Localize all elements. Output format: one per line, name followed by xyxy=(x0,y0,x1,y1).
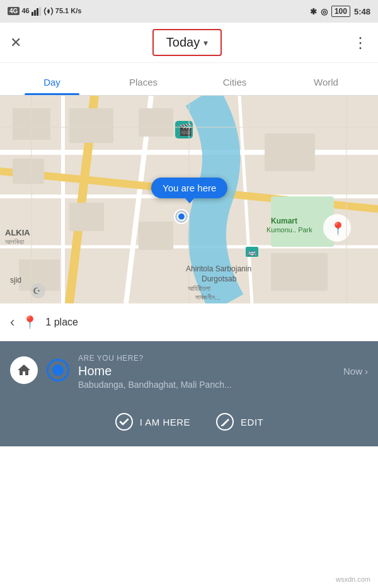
map-label-durgotsab: Durgotsab xyxy=(202,274,236,283)
map-label-alkia: ALKIA xyxy=(5,228,30,237)
location-card: ARE YOU HERE? Home Now › Babudanga, Band… xyxy=(10,354,368,400)
svg-text:☪: ☪ xyxy=(33,286,41,296)
svg-rect-17 xyxy=(69,203,104,231)
tabs-bar: Day Places Cities World xyxy=(0,63,378,96)
places-count: 1 place xyxy=(45,317,78,328)
time: 5:48 xyxy=(354,7,370,16)
i-am-here-button[interactable]: I AM HERE xyxy=(115,412,190,431)
close-button[interactable]: ✕ xyxy=(10,35,21,51)
location-status-icon xyxy=(47,359,69,382)
map-label-alkia-bangla: আলকিয়া xyxy=(5,238,24,246)
status-bar: 4G 46 75.1 K/s ✱ ◎ 100 5:48 xyxy=(0,0,378,23)
home-icon xyxy=(16,363,32,378)
top-bar: ✕ Today ▾ ⋮ xyxy=(0,23,378,63)
svg-text:🚌: 🚌 xyxy=(248,247,256,256)
svg-rect-0 xyxy=(32,12,33,16)
map-label-park: Kumonu.. Park xyxy=(266,226,312,234)
check-circle-icon xyxy=(115,412,134,431)
svg-rect-3 xyxy=(39,7,41,16)
i-am-here-label: I AM HERE xyxy=(140,417,190,427)
location-card-section: ARE YOU HERE? Home Now › Babudanga, Band… xyxy=(0,341,378,446)
location-dot xyxy=(174,209,189,224)
card-time: Now › xyxy=(343,366,368,376)
pin-icon: 📍 xyxy=(22,315,38,330)
status-left: 4G 46 75.1 K/s xyxy=(8,7,81,16)
bluetooth-icon: ✱ xyxy=(310,7,317,16)
svg-text:🎬: 🎬 xyxy=(178,123,193,137)
edit-label: EDIT xyxy=(241,417,263,427)
svg-point-35 xyxy=(116,414,132,430)
map-label-sjid: sjid xyxy=(10,276,21,285)
card-title: Home xyxy=(78,364,112,378)
map-label-bangla1: আহিরীতলা xyxy=(188,285,210,293)
action-row: I AM HERE EDIT xyxy=(10,412,368,431)
status-right: ✱ ◎ 100 5:48 xyxy=(310,6,370,17)
card-question: ARE YOU HERE? xyxy=(78,354,368,363)
svg-rect-19 xyxy=(271,253,328,291)
svg-rect-1 xyxy=(34,10,36,16)
tab-places[interactable]: Places xyxy=(98,77,189,95)
dropdown-arrow: ▾ xyxy=(203,38,208,48)
card-info: ARE YOU HERE? Home Now › Babudanga, Band… xyxy=(78,354,368,390)
svg-rect-22 xyxy=(139,222,173,250)
svg-text:📍: 📍 xyxy=(330,221,346,236)
map-area[interactable]: ☪ 🚌 📍 🎬 ALKIA আলকিয়া Kumart Kumonu.. Pa… xyxy=(0,96,378,303)
today-dropdown[interactable]: Today ▾ xyxy=(152,29,222,56)
location-icon: ◎ xyxy=(321,7,328,16)
today-label: Today xyxy=(166,35,200,50)
back-button[interactable]: ‹ xyxy=(10,314,14,331)
map-label-bangla2: সার্বজনীন... xyxy=(195,293,220,302)
edit-icon xyxy=(215,412,234,431)
tab-world[interactable]: World xyxy=(280,77,372,95)
map-label-ahiritola: Ahiritola Sarbojanin xyxy=(186,264,251,273)
you-are-here-bubble: You are here xyxy=(151,178,227,198)
svg-rect-16 xyxy=(69,108,113,143)
summary-bar: ‹ 📍 1 place xyxy=(0,303,378,341)
svg-rect-15 xyxy=(13,159,44,184)
map-label-kumart: Kumart xyxy=(271,217,297,225)
edit-button[interactable]: EDIT xyxy=(215,412,263,431)
svg-rect-2 xyxy=(37,8,38,16)
more-menu-button[interactable]: ⋮ xyxy=(353,34,368,52)
svg-rect-21 xyxy=(139,108,173,137)
battery-icon: 100 xyxy=(331,6,350,17)
tab-day[interactable]: Day xyxy=(6,77,98,95)
tab-cities[interactable]: Cities xyxy=(189,77,280,95)
card-title-row: Home Now › xyxy=(78,364,368,378)
home-icon-circle xyxy=(10,356,38,384)
card-address: Babudanga, Bandhaghat, Mali Panch... xyxy=(78,380,368,390)
network-info: 4G 46 75.1 K/s xyxy=(8,7,81,16)
svg-rect-18 xyxy=(265,133,315,171)
watermark: wsxdn.com xyxy=(336,575,370,583)
